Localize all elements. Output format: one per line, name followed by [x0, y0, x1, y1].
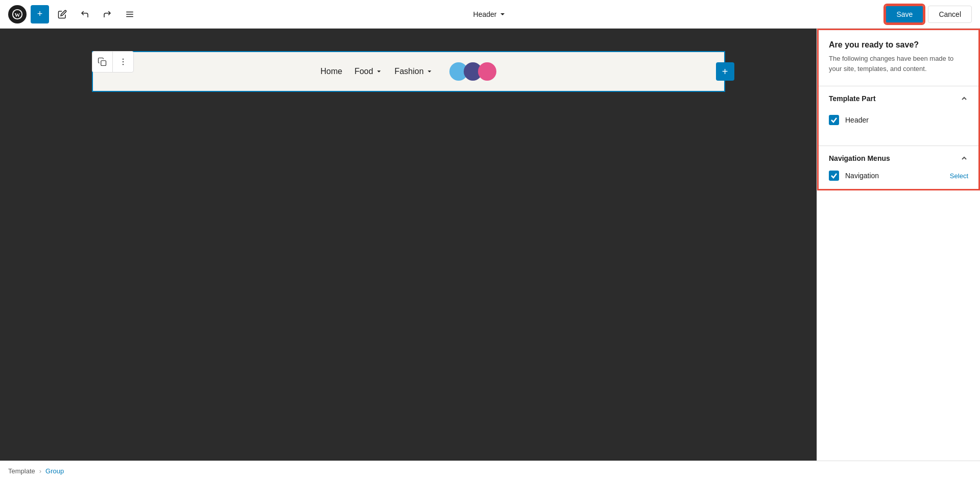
navigation-menus-toggle[interactable] — [960, 154, 968, 162]
checkmark-icon-nav — [830, 172, 838, 179]
template-part-title: Template Part — [829, 94, 876, 103]
nav-circles — [449, 62, 496, 81]
undo-button[interactable] — [76, 5, 94, 23]
add-inline-block-button[interactable]: + — [716, 62, 734, 81]
template-part-section-header[interactable]: Template Part — [819, 86, 978, 109]
more-options-button[interactable] — [113, 52, 133, 72]
navigation-checkbox-left: Navigation — [829, 171, 879, 181]
nav-item-home[interactable]: Home — [320, 67, 342, 76]
save-panel: Are you ready to save? The following cha… — [817, 29, 980, 190]
svg-point-6 — [122, 59, 123, 60]
save-panel-title: Are you ready to save? — [829, 40, 968, 50]
breadcrumb-separator: › — [39, 467, 41, 475]
svg-point-7 — [122, 61, 123, 62]
save-panel-description: The following changes have been made to … — [829, 54, 968, 74]
svg-rect-5 — [101, 61, 106, 66]
nav-item-circles — [445, 62, 496, 81]
checkmark-icon — [830, 116, 838, 124]
food-dropdown-icon — [375, 68, 383, 75]
save-button[interactable]: Save — [885, 5, 924, 23]
toolbar-right: Save Cancel — [885, 5, 972, 23]
fashion-dropdown-icon — [426, 68, 433, 75]
save-panel-header: Are you ready to save? The following cha… — [819, 30, 978, 78]
cancel-button[interactable]: Cancel — [928, 6, 972, 23]
chevron-up-icon — [960, 94, 968, 103]
header-label: Header — [845, 116, 869, 124]
wp-logo: W — [8, 5, 27, 23]
toolbar-center: Header — [473, 10, 507, 18]
template-part-header-row: Header — [829, 111, 968, 129]
navigation-label: Navigation — [845, 172, 879, 180]
navigation-select-button[interactable]: Select — [950, 172, 968, 180]
group-status-link[interactable]: Group — [45, 467, 64, 475]
template-part-items: Header — [819, 109, 978, 137]
navigation-menus-section-header[interactable]: Navigation Menus — [819, 146, 978, 169]
header-block: Home Food Fashion — [92, 51, 725, 92]
nav-item-food[interactable]: Food — [354, 67, 382, 76]
nav-item-fashion[interactable]: Fashion — [395, 67, 433, 76]
navigation-menus-items: Navigation Select — [819, 169, 978, 189]
edit-tool-button[interactable] — [53, 5, 71, 23]
navigation: Home Food Fashion — [300, 52, 516, 91]
right-panel: Are you ready to save? The following cha… — [817, 29, 980, 481]
block-toolbar — [92, 51, 134, 73]
toolbar: W + Header Save Cancel — [0, 0, 980, 29]
status-bar: Template › Group — [0, 461, 980, 481]
list-view-button[interactable] — [121, 5, 139, 23]
template-status: Template — [8, 467, 35, 475]
navigation-checkbox[interactable] — [829, 171, 839, 181]
svg-point-8 — [122, 64, 123, 65]
chevron-up-icon-2 — [960, 154, 968, 162]
nav-menu: Home Food Fashion — [300, 52, 516, 91]
add-block-button[interactable]: + — [31, 5, 49, 23]
header-label[interactable]: Header — [473, 10, 507, 18]
navigation-menus-title: Navigation Menus — [829, 154, 890, 162]
redo-button[interactable] — [98, 5, 116, 23]
circle-pink — [478, 62, 496, 81]
canvas-area: Home Food Fashion — [0, 29, 817, 461]
duplicate-block-button[interactable] — [92, 52, 113, 72]
svg-text:W: W — [15, 11, 20, 17]
navigation-row: Navigation Select — [829, 171, 968, 181]
toolbar-left: W + — [8, 5, 885, 23]
header-checkbox[interactable] — [829, 115, 839, 125]
template-part-toggle[interactable] — [960, 94, 968, 103]
canvas-inner: Home Food Fashion — [92, 51, 725, 92]
